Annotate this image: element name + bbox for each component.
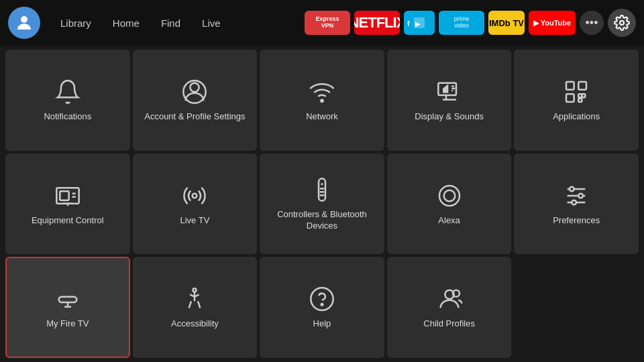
accessibility-icon (178, 285, 211, 313)
fire-stick-icon (52, 285, 84, 313)
grid-display-sounds[interactable]: Display & Sounds (387, 50, 512, 151)
account-profile-label: Account & Profile Settings (144, 111, 245, 123)
alexa-label: Alexa (438, 215, 460, 227)
nav-find[interactable]: Find (152, 13, 190, 33)
equipment-control-label: Equipment Control (32, 215, 104, 227)
svg-point-32 (443, 190, 455, 201)
user-circle-icon (178, 78, 211, 106)
sliders-icon (560, 182, 592, 210)
svg-rect-15 (566, 94, 574, 102)
notifications-label: Notifications (44, 111, 91, 123)
tv-monitor-icon (52, 182, 84, 210)
controllers-bluetooth-label: Controllers & Bluetooth Devices (266, 209, 378, 232)
wifi-icon (306, 78, 338, 106)
top-navigation: Library Home Find Live ExpressVPN NETFLI… (0, 0, 644, 46)
live-tv-label: Live TV (180, 215, 209, 227)
grid-equipment-control[interactable]: Equipment Control (5, 154, 130, 255)
empty-cell (514, 257, 639, 358)
applications-label: Applications (553, 111, 600, 123)
app-freevee[interactable]: f ▶ (404, 11, 435, 35)
app-prime[interactable]: primevideo (439, 11, 484, 35)
user-avatar[interactable] (8, 7, 40, 39)
grid-child-profiles[interactable]: Child Profiles (387, 257, 512, 358)
svg-point-38 (572, 200, 577, 204)
my-fire-tv-label: My Fire TV (46, 318, 89, 330)
preferences-label: Preferences (553, 215, 600, 227)
app-imdb[interactable]: IMDb TV (488, 11, 525, 35)
grid-accessibility[interactable]: Accessibility (133, 257, 258, 358)
child-profile-icon (433, 285, 466, 313)
bell-icon (52, 78, 84, 106)
settings-button[interactable] (608, 9, 636, 37)
help-label: Help (313, 318, 331, 330)
nav-home[interactable]: Home (103, 13, 149, 33)
svg-point-37 (579, 193, 584, 198)
grid-network[interactable]: Network (260, 50, 384, 151)
svg-rect-18 (579, 99, 582, 102)
svg-text:▶: ▶ (415, 20, 421, 27)
grid-preferences[interactable]: Preferences (514, 154, 639, 255)
svg-point-25 (193, 193, 197, 198)
app-shortcuts: ExpressVPN NETFLIX f ▶ primevideo IMDb T… (305, 9, 636, 37)
app-netflix[interactable]: NETFLIX (354, 11, 400, 35)
display-sounds-label: Display & Sounds (415, 111, 484, 123)
alexa-icon (433, 182, 466, 210)
svg-point-7 (321, 100, 323, 102)
display-sound-icon (433, 78, 466, 106)
app-youtube[interactable]: ▶ YouTube (529, 11, 576, 35)
network-label: Network (306, 111, 338, 123)
grid-my-fire-tv[interactable]: My Fire TV (5, 257, 130, 358)
svg-point-42 (193, 288, 197, 292)
grid-controllers-bluetooth[interactable]: Controllers & Bluetooth Devices (260, 154, 384, 255)
child-profiles-label: Child Profiles (423, 318, 475, 330)
svg-rect-13 (566, 82, 574, 90)
app-expressvpn[interactable]: ExpressVPN (305, 11, 350, 35)
nav-links: Library Home Find Live (51, 13, 230, 33)
broadcast-icon (178, 182, 211, 210)
grid-help[interactable]: Help (260, 257, 384, 358)
grid-account-profile[interactable]: Account & Profile Settings (133, 50, 258, 151)
svg-rect-26 (319, 178, 325, 200)
svg-point-44 (311, 288, 333, 310)
more-apps-button[interactable]: ••• (580, 11, 604, 35)
svg-point-36 (570, 186, 574, 191)
settings-grid: Notifications Account & Profile Settings… (0, 46, 644, 362)
accessibility-label: Accessibility (171, 318, 219, 330)
nav-library[interactable]: Library (51, 13, 101, 33)
svg-point-31 (439, 186, 460, 206)
svg-point-4 (620, 21, 624, 25)
svg-rect-17 (579, 94, 582, 97)
grid-applications[interactable]: Applications (514, 50, 639, 151)
grid-notifications[interactable]: Notifications (5, 50, 130, 151)
nav-live[interactable]: Live (193, 13, 230, 33)
svg-rect-39 (58, 297, 76, 302)
apps-icon (560, 78, 592, 106)
svg-point-27 (321, 183, 323, 185)
svg-point-5 (191, 83, 199, 92)
svg-text:f: f (407, 19, 410, 27)
help-circle-icon (306, 285, 338, 313)
svg-rect-14 (579, 82, 587, 90)
grid-alexa[interactable]: Alexa (387, 154, 512, 255)
svg-rect-22 (60, 191, 68, 200)
remote-icon (306, 176, 338, 204)
grid-live-tv[interactable]: Live TV (133, 154, 258, 255)
svg-marker-9 (443, 84, 448, 93)
svg-point-0 (21, 16, 28, 23)
